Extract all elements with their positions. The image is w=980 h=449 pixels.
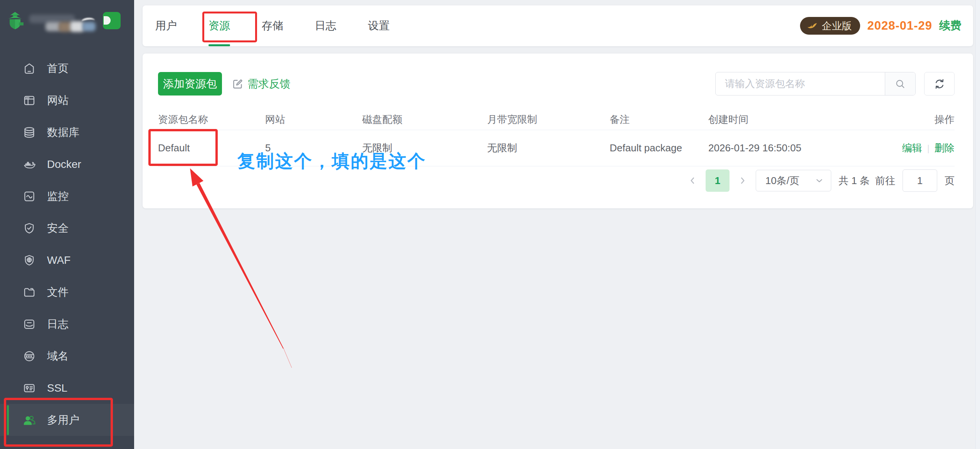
sidebar-item-database[interactable]: 数据库 — [0, 116, 134, 148]
table-header-row: 资源包名称 网站 磁盘配额 月带宽限制 备注 创建时间 操作 — [158, 109, 955, 130]
shield-check-icon — [22, 221, 36, 235]
page-size-select[interactable]: 10条/页 — [756, 170, 831, 191]
feedback-label: 需求反馈 — [247, 77, 291, 91]
sidebar-item-label: 域名 — [47, 349, 69, 364]
chevron-right-icon — [738, 176, 747, 185]
tab-users[interactable]: 用户 — [155, 5, 177, 46]
certificate-icon — [22, 381, 36, 395]
multi-user-icon — [22, 413, 36, 427]
add-resource-package-button[interactable]: 添加资源包 — [158, 72, 222, 95]
tab-storage[interactable]: 存储 — [262, 5, 283, 46]
main-area: 用户 资源 存储 日志 设置 企业版 2028-01-29 续费 添加资源包 需… — [134, 0, 980, 449]
browser-icon — [22, 94, 36, 107]
tab-label: 资源 — [208, 18, 230, 33]
panel-logo-tower-icon — [6, 12, 24, 30]
globe-www-icon — [22, 349, 36, 363]
sidebar-item-home[interactable]: 首页 — [0, 52, 134, 84]
sidebar-item-label: 安全 — [47, 221, 69, 236]
sidebar-item-monitor[interactable]: 监控 — [0, 180, 134, 212]
renew-link[interactable]: 续费 — [939, 18, 962, 34]
badge-label: 企业版 — [822, 19, 852, 33]
cell-disk-quota: 无限制 — [362, 141, 487, 155]
sidebar: 首页 网站 数据库 Docker — [0, 0, 134, 449]
tab-label: 日志 — [315, 18, 336, 33]
column-header: 创建时间 — [708, 113, 897, 126]
page-unit-label: 页 — [945, 174, 955, 188]
search-icon — [894, 78, 906, 90]
sidebar-item-website[interactable]: 网站 — [0, 84, 134, 116]
app-window: 首页 网站 数据库 Docker — [0, 0, 980, 449]
sidebar-nav: 首页 网站 数据库 Docker — [0, 39, 134, 436]
sidebar-item-docker[interactable]: Docker — [0, 148, 134, 180]
sidebar-item-files[interactable]: 文件 — [0, 276, 134, 308]
pagination-total: 共 1 条 前往 — [839, 174, 895, 188]
sidebar-item-logs[interactable]: 日志 — [0, 308, 134, 340]
sidebar-item-label: 数据库 — [47, 125, 79, 140]
sidebar-item-label: 文件 — [47, 285, 69, 300]
logo-green-chip — [103, 12, 121, 29]
sidebar-item-label: 监控 — [47, 189, 69, 204]
cell-package-name: Default — [158, 142, 265, 154]
logo-row — [0, 0, 134, 39]
goto-page-input[interactable] — [903, 169, 937, 192]
tab-label: 用户 — [155, 18, 177, 33]
cell-created-at: 2026-01-29 16:50:05 — [708, 142, 897, 154]
active-indicator-bar — [7, 405, 9, 435]
tab-resources[interactable]: 资源 — [208, 5, 230, 46]
edit-link[interactable]: 编辑 — [902, 141, 922, 155]
tab-label: 存储 — [262, 18, 283, 33]
toolbar: 添加资源包 需求反馈 — [158, 72, 955, 95]
feedback-link[interactable]: 需求反馈 — [232, 77, 291, 91]
chevron-down-icon — [815, 177, 823, 184]
logo-redacted-blur — [59, 22, 72, 32]
enterprise-badge-icon — [806, 20, 818, 32]
refresh-button[interactable] — [924, 72, 955, 95]
column-header: 网站 — [265, 113, 362, 126]
table-row: Default 5 无限制 无限制 Default package 2026-0… — [158, 130, 955, 166]
license-expiry-date: 2028-01-29 — [867, 19, 932, 33]
next-page-button[interactable] — [737, 169, 748, 192]
cell-websites: 5 — [265, 142, 362, 154]
cell-note: Default package — [610, 142, 708, 154]
folder-icon — [22, 285, 36, 299]
scrollbar-track[interactable] — [975, 0, 980, 449]
search-box — [715, 72, 916, 95]
column-header: 备注 — [610, 113, 708, 126]
tab-settings[interactable]: 设置 — [368, 5, 390, 46]
sidebar-item-waf[interactable]: WAF — [0, 244, 134, 276]
chevron-left-icon — [688, 176, 697, 185]
enterprise-badge: 企业版 — [800, 17, 860, 35]
shield-globe-icon — [22, 253, 36, 267]
column-header: 操作 — [897, 113, 955, 126]
top-tab-bar: 用户 资源 存储 日志 设置 企业版 2028-01-29 续费 — [143, 5, 973, 46]
column-header: 资源包名称 — [158, 113, 265, 126]
sidebar-item-security[interactable]: 安全 — [0, 212, 134, 244]
column-header: 月带宽限制 — [487, 113, 610, 126]
sidebar-item-multiuser[interactable]: 多用户 — [0, 404, 134, 436]
resource-package-table: 资源包名称 网站 磁盘配额 月带宽限制 备注 创建时间 操作 Default 5… — [158, 109, 955, 166]
total-count-label: 共 1 条 — [839, 174, 870, 188]
sidebar-item-label: 网站 — [47, 93, 69, 108]
cell-actions: 编辑 | 删除 — [897, 141, 955, 155]
sidebar-item-domains[interactable]: 域名 — [0, 340, 134, 372]
prev-page-button[interactable] — [687, 169, 698, 192]
search-button[interactable] — [885, 72, 915, 95]
sidebar-item-ssl[interactable]: SSL — [0, 372, 134, 404]
tab-label: 设置 — [368, 18, 390, 33]
page-size-value: 10条/页 — [765, 174, 799, 188]
feedback-edit-icon — [232, 78, 244, 90]
monitor-chart-icon — [22, 189, 36, 203]
log-box-icon — [22, 317, 36, 331]
column-header: 磁盘配额 — [362, 113, 487, 126]
delete-link[interactable]: 删除 — [935, 141, 955, 155]
sidebar-item-label: Docker — [47, 158, 81, 171]
sidebar-item-label: WAF — [47, 254, 71, 266]
search-input[interactable] — [716, 72, 885, 95]
resource-package-panel: 添加资源包 需求反馈 资源包名称 网站 — [143, 54, 973, 208]
pagination: 1 10条/页 共 1 条 前往 页 — [158, 169, 955, 192]
page-number-current[interactable]: 1 — [706, 169, 730, 192]
license-info: 企业版 2028-01-29 续费 — [800, 17, 962, 35]
cell-bandwidth-limit: 无限制 — [487, 141, 610, 155]
tab-logs[interactable]: 日志 — [315, 5, 336, 46]
home-icon — [22, 62, 36, 75]
